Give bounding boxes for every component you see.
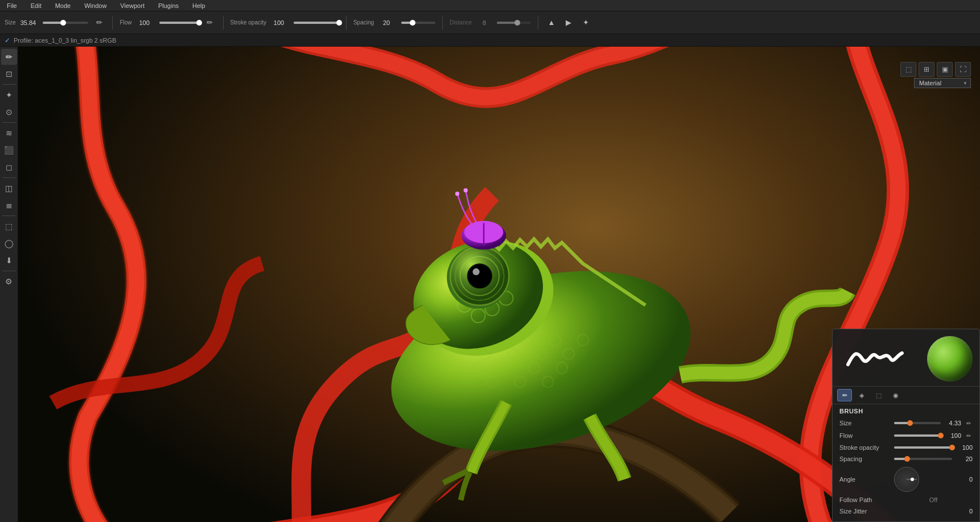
- brush-stroke-opacity-row: Stroke opacity 100: [833, 442, 979, 453]
- sep4: [442, 16, 443, 30]
- brush-angle-wheel[interactable]: [894, 467, 919, 492]
- left-sep4: [2, 216, 16, 216]
- size-label: Size: [5, 19, 15, 26]
- erase-tool-btn[interactable]: ◻: [1, 159, 17, 175]
- distance-slider[interactable]: [497, 22, 531, 24]
- import-tool-btn[interactable]: ⬇: [1, 252, 17, 268]
- brush-tab-layer[interactable]: ⬚: [871, 389, 886, 401]
- filter-tool-btn[interactable]: ◯: [1, 235, 17, 251]
- brush-flow-row: Flow 100 ✏: [833, 429, 979, 442]
- main-layout: ✏ ⊡ ✦ ⊙ ≋ ⬛ ◻ ◫ ≣ ⬚ ◯ ⬇ ⚙: [0, 47, 980, 522]
- status-profile-text: Profile: aces_1_0_3 lin_srgb 2 sRGB: [14, 37, 116, 44]
- brush-flow-label: Flow: [839, 432, 891, 439]
- eyedropper-tool-btn[interactable]: ✦: [1, 87, 17, 103]
- brush-size-jitter-row: Size Jitter 0: [833, 506, 979, 517]
- canvas-area[interactable]: Material Base Color Roughness Metallic N…: [18, 47, 980, 522]
- paint-tool-btn[interactable]: ✏: [1, 49, 17, 65]
- brush-stroke-opacity-label: Stroke opacity: [839, 444, 891, 451]
- fill-tool-btn[interactable]: ⬛: [1, 142, 17, 158]
- grid-button[interactable]: ⊞: [919, 62, 934, 77]
- flow-group: Flow 100: [120, 19, 154, 26]
- left-sep5: [2, 271, 16, 271]
- symmetry-button[interactable]: ✦: [579, 16, 592, 29]
- brush-panel: ✏ ◈ ⬚ ◉ BRUSH Size 4.33 ✏ Flow: [832, 329, 980, 522]
- sep1: [112, 16, 113, 30]
- spacing-group: Spacing 20: [353, 19, 397, 26]
- brush-size-pen-icon[interactable]: ✏: [965, 419, 973, 427]
- stroke-opacity-slider[interactable]: [294, 22, 339, 24]
- brush-spacing-value: 20: [956, 455, 973, 462]
- menu-plugins[interactable]: Plugins: [156, 2, 181, 9]
- brush-size-label: Size: [839, 420, 891, 426]
- menu-bar: File Edit Mode Window Viewport Plugins H…: [0, 0, 980, 11]
- brush-size-jitter-value: 0: [956, 508, 973, 515]
- brush-follow-path-label: Follow Path: [839, 496, 891, 503]
- brush-tab-filter[interactable]: ◉: [888, 389, 903, 401]
- brush-preview-area: [833, 329, 979, 387]
- brush-spacing-row: Spacing 20: [833, 453, 979, 465]
- brush-stroke-opacity-slider[interactable]: [894, 446, 952, 449]
- flip-h-button[interactable]: ▲: [545, 16, 558, 29]
- display-button[interactable]: ▣: [937, 62, 953, 77]
- mask-tool-btn[interactable]: ◫: [1, 180, 17, 196]
- menu-help[interactable]: Help: [190, 2, 208, 9]
- brush-size-jitter-label: Size Jitter: [839, 508, 891, 515]
- svg-point-38: [455, 192, 459, 196]
- sep3: [346, 16, 347, 30]
- size-slider[interactable]: [43, 22, 88, 24]
- stroke-opacity-value: 100: [269, 19, 289, 26]
- clone-tool-btn[interactable]: ⊙: [1, 104, 17, 120]
- sep5: [538, 16, 538, 30]
- spacing-label: Spacing: [353, 19, 374, 26]
- menu-viewport[interactable]: Viewport: [118, 2, 147, 9]
- brush-stroke-opacity-value: 100: [956, 444, 973, 451]
- left-sep1: [2, 84, 16, 85]
- svg-point-34: [472, 268, 479, 275]
- brush-flow-slider[interactable]: [894, 434, 941, 437]
- flow-slider[interactable]: [159, 22, 199, 24]
- brush-angle-label: Angle: [839, 476, 891, 483]
- left-toolbar: ✏ ⊡ ✦ ⊙ ≋ ⬛ ◻ ◫ ≣ ⬚ ◯ ⬇ ⚙: [0, 47, 18, 522]
- brush-tabs: ✏ ◈ ⬚ ◉: [833, 387, 979, 404]
- brush-flow-pen-icon[interactable]: ✏: [965, 432, 973, 440]
- sep2: [223, 16, 224, 30]
- brush-ball-preview: [927, 336, 973, 382]
- toolbar: Size 35.84 ✏ Flow 100 ✏ Stroke opacity 1…: [0, 11, 980, 34]
- spacing-slider[interactable]: [401, 22, 435, 24]
- flip-v-button[interactable]: ▶: [562, 16, 575, 29]
- size-group: Size 35.84: [5, 19, 38, 26]
- brush-follow-path-row: Follow Path Off: [833, 494, 979, 506]
- brush-tab-material[interactable]: ◈: [854, 389, 869, 401]
- select-tool-btn[interactable]: ⊡: [1, 66, 17, 82]
- texture-tool-btn[interactable]: ⬚: [1, 218, 17, 234]
- brush-size-slider[interactable]: [894, 422, 941, 424]
- stroke-opacity-group: Stroke opacity 100: [230, 19, 289, 26]
- menu-window[interactable]: Window: [82, 2, 109, 9]
- top-right-buttons: ⬚ ⊞ ▣ ⛶: [900, 58, 971, 81]
- menu-mode[interactable]: Mode: [53, 2, 73, 9]
- brush-spacing-label: Spacing: [839, 455, 891, 462]
- status-bar: ✓ Profile: aces_1_0_3 lin_srgb 2 sRGB: [0, 34, 980, 47]
- brush-stroke-preview: [839, 339, 908, 379]
- svg-point-39: [464, 188, 468, 192]
- brush-spacing-slider[interactable]: [894, 458, 952, 460]
- size-pen-icon[interactable]: ✏: [93, 16, 105, 29]
- brush-follow-path-value: Off: [894, 496, 973, 503]
- size-value: 35.84: [18, 19, 38, 26]
- layer-tool-btn[interactable]: ≣: [1, 197, 17, 213]
- flow-pen-icon[interactable]: ✏: [204, 16, 216, 29]
- brush-section-title: BRUSH: [833, 404, 979, 417]
- menu-file[interactable]: File: [5, 2, 19, 9]
- distance-value: 8: [474, 19, 495, 26]
- settings-tool-btn[interactable]: ⚙: [1, 274, 17, 289]
- flow-label: Flow: [120, 19, 131, 26]
- menu-edit[interactable]: Edit: [28, 2, 44, 9]
- brush-size-row: Size 4.33 ✏: [833, 417, 979, 429]
- brush-flow-value: 100: [944, 432, 961, 439]
- brush-stroke-svg: [842, 342, 905, 376]
- brush-tab-paint[interactable]: ✏: [837, 389, 852, 401]
- camera-button[interactable]: ⬚: [900, 62, 916, 77]
- svg-point-33: [468, 265, 491, 287]
- fullscreen-button[interactable]: ⛶: [955, 62, 971, 77]
- smudge-tool-btn[interactable]: ≋: [1, 125, 17, 141]
